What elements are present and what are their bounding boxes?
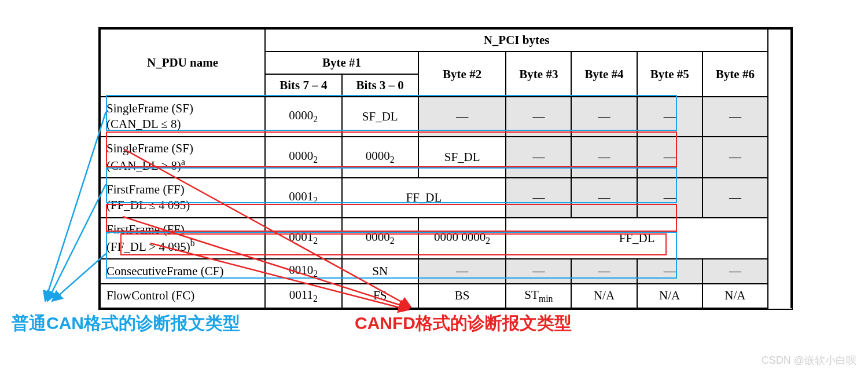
th-byte3: Byte #3 — [506, 52, 571, 97]
label-canfd: CANFD格式的诊断报文类型 — [355, 312, 572, 335]
cell-name: FlowControl (FC) — [100, 284, 265, 308]
cell-byte6: N/A — [703, 284, 768, 308]
cell-byte5: N/A — [637, 284, 703, 308]
cell-byte6: — — [703, 178, 768, 218]
red-box-sf — [106, 131, 677, 167]
th-bits30: Bits 3 – 0 — [342, 74, 418, 97]
cell-byte2: BS — [418, 284, 506, 308]
cell-byte4: N/A — [571, 284, 637, 308]
th-byte4: Byte #4 — [571, 52, 637, 97]
th-byte6: Byte #6 — [703, 52, 768, 97]
header-row-1: N_PDU name N_PCI bytes — [100, 29, 791, 52]
cell-bits30: FS — [342, 284, 418, 308]
th-bits74: Bits 7 – 4 — [265, 74, 341, 97]
red-box-cf — [120, 233, 667, 255]
cell-bits74: 00112 — [265, 284, 341, 308]
label-can: 普通CAN格式的诊断报文类型 — [12, 312, 240, 335]
cell-byte3: STmin — [506, 284, 571, 308]
cell-byte6: — — [703, 97, 768, 137]
right-pad — [768, 29, 791, 308]
cell-byte6: — — [703, 259, 768, 283]
th-byte5: Byte #5 — [637, 52, 703, 97]
th-npdu: N_PDU name — [100, 29, 265, 97]
th-npci: N_PCI bytes — [265, 29, 768, 52]
svg-line-1 — [47, 184, 106, 301]
svg-line-0 — [45, 112, 106, 301]
blue-box-sf — [106, 95, 677, 131]
watermark: CSDN @嵌软小白呗 — [762, 353, 856, 367]
blue-box-ff — [106, 167, 677, 203]
cell-byte6: — — [703, 137, 768, 178]
th-byte1: Byte #1 — [265, 52, 418, 74]
red-box-ff — [106, 204, 677, 232]
row-fc: FlowControl (FC) 00112 FS BS STmin N/A N… — [100, 284, 791, 308]
th-byte2: Byte #2 — [418, 52, 506, 97]
